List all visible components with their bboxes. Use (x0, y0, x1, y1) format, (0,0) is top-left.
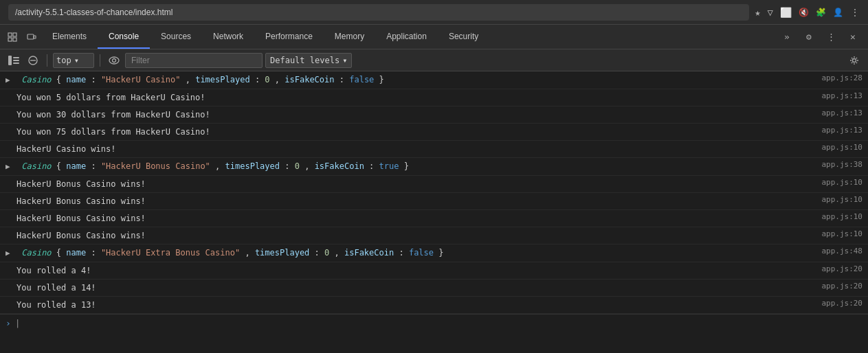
brace-close-11: } (438, 248, 443, 258)
row-link-11[interactable]: app.js:48 (810, 247, 863, 255)
console-row-12[interactable]: You rolled a 4! app.js:20 (0, 262, 868, 280)
default-levels-dropdown[interactable]: Default levels ▾ (265, 53, 352, 68)
console-row-casino-extra[interactable]: ▶ Casino { name : "HackerU Extra Bonus C… (0, 244, 868, 262)
row-link-1[interactable]: app.js:28 (810, 73, 863, 82)
svg-rect-5 (34, 36, 36, 38)
val-name-6: "HackerU Bonus Casino" (101, 161, 210, 171)
down-arrow-icon[interactable]: ▽ (768, 7, 773, 18)
tab-performance[interactable]: Performance (254, 25, 324, 49)
tab-elements[interactable]: Elements (41, 25, 98, 49)
key-name-6: name (66, 161, 86, 171)
val-times-6: 0 (295, 161, 300, 171)
console-row-4[interactable]: You won 75 dollars from HackerU Casino! … (0, 124, 868, 141)
brace-close-1: } (379, 75, 384, 84)
row-text-14: You rolled a 13! (16, 300, 96, 310)
console-row-content-8: HackerU Bonus Casino wins! (5, 195, 810, 207)
tab-security[interactable]: Security (438, 25, 489, 49)
more-options-button[interactable]: ⋮ (821, 27, 841, 47)
key-times-6: timesPlayed (225, 161, 280, 171)
console-row-10[interactable]: HackerU Bonus Casino wins! app.js:10 (0, 227, 868, 244)
star-icon[interactable]: ★ (755, 7, 760, 18)
console-row-13[interactable]: You rolled a 14! app.js:20 (0, 280, 868, 297)
svg-rect-1 (13, 33, 16, 36)
row-link-10[interactable]: app.js:10 (810, 229, 863, 238)
expand-arrow-icon-11[interactable]: ▶ (5, 247, 14, 260)
row-link-6[interactable]: app.js:38 (810, 160, 863, 169)
console-row-content-9: HackerU Bonus Casino wins! (5, 212, 810, 225)
console-row-7[interactable]: HackerU Bonus Casino wins! app.js:10 (0, 176, 868, 193)
row-link-13[interactable]: app.js:20 (810, 282, 863, 291)
console-row-3[interactable]: You won 30 dollars from HackerU Casino! … (0, 106, 868, 124)
svg-point-14 (853, 58, 856, 62)
console-row-9[interactable]: HackerU Bonus Casino wins! app.js:10 (0, 210, 868, 227)
clear-console-button[interactable] (25, 52, 41, 69)
row-link-2[interactable]: app.js:13 (810, 91, 863, 100)
console-row-casino-1[interactable]: ▶ Casino { name : "HackerU Casino" , tim… (0, 71, 868, 89)
tab-memory[interactable]: Memory (324, 25, 375, 49)
context-selector[interactable]: top ▾ (53, 53, 94, 68)
console-row-5[interactable]: HackerU Casino wins! app.js:10 (0, 141, 868, 158)
colon-11c: : (399, 248, 408, 258)
menu-icon[interactable]: ⋮ (850, 7, 860, 18)
console-toolbar: top ▾ Default levels ▾ (0, 49, 868, 71)
toolbar-separator (47, 54, 47, 67)
brace-open-11: { (56, 248, 61, 258)
tab-network-label: Network (213, 32, 243, 41)
row-text-7: HackerU Bonus Casino wins! (16, 179, 146, 189)
comma-11b: , (335, 248, 344, 258)
comma-6b: , (304, 161, 314, 171)
row-link-7[interactable]: app.js:10 (810, 178, 863, 187)
console-cursor: | (15, 318, 21, 328)
extension-icon[interactable]: ⬜ (780, 7, 792, 18)
settings-button[interactable]: ⚙ (799, 27, 819, 47)
inspect-icon[interactable] (3, 25, 22, 49)
expand-arrow-icon[interactable]: ▶ (5, 74, 14, 87)
devtools-panel: Elements Console Sources Network Perform… (0, 25, 868, 353)
more-tabs-button[interactable]: » (777, 27, 797, 47)
row-link-4[interactable]: app.js:13 (810, 126, 863, 135)
console-row-14[interactable]: You rolled a 13! app.js:20 (0, 297, 868, 314)
row-link-9[interactable]: app.js:10 (810, 212, 863, 221)
console-row-2[interactable]: You won 5 dollars from HackerU Casino! a… (0, 89, 868, 106)
svg-point-12 (109, 57, 119, 64)
row-link-3[interactable]: app.js:13 (810, 109, 863, 117)
val-fake-11: false (409, 248, 434, 258)
console-row-8[interactable]: HackerU Bonus Casino wins! app.js:10 (0, 193, 868, 210)
devtools-tab-bar: Elements Console Sources Network Perform… (0, 25, 868, 49)
url-bar[interactable]: /activity-5.5.1-classes-of-chance/index.… (8, 4, 749, 21)
row-text-12: You rolled a 4! (16, 266, 91, 275)
val-fake-6: true (379, 161, 399, 171)
tab-sources[interactable]: Sources (150, 25, 202, 49)
comma-1a: , (186, 75, 195, 84)
expand-arrow-icon-6[interactable]: ▶ (5, 161, 14, 173)
row-link-5[interactable]: app.js:10 (810, 143, 863, 152)
row-link-8[interactable]: app.js:10 (810, 195, 863, 204)
console-prompt-icon: › (5, 318, 11, 328)
mute-icon[interactable]: 🔇 (799, 8, 809, 17)
tab-application[interactable]: Application (375, 25, 438, 49)
sidebar-toggle-button[interactable] (5, 52, 22, 69)
val-times-11: 0 (324, 248, 329, 258)
console-row-casino-bonus[interactable]: ▶ Casino { name : "HackerU Bonus Casino"… (0, 158, 868, 176)
class-name-1: Casino (21, 75, 51, 84)
console-input-line[interactable]: › | (0, 314, 868, 332)
svg-rect-2 (8, 38, 12, 41)
console-row-content-10: HackerU Bonus Casino wins! (5, 229, 810, 242)
filter-input[interactable] (125, 53, 263, 68)
console-output[interactable]: ▶ Casino { name : "HackerU Casino" , tim… (0, 71, 868, 353)
tab-console[interactable]: Console (98, 25, 150, 49)
console-row-content-11: ▶ Casino { name : "HackerU Extra Bonus C… (5, 247, 810, 260)
eye-button[interactable] (106, 52, 122, 69)
tab-network[interactable]: Network (202, 25, 254, 49)
console-settings-button[interactable] (846, 52, 863, 69)
context-arrow-icon: ▾ (74, 56, 79, 65)
puzzle-icon[interactable]: 🧩 (816, 8, 826, 17)
row-link-14[interactable]: app.js:20 (810, 299, 863, 308)
row-text-8: HackerU Bonus Casino wins! (16, 196, 146, 206)
responsive-icon[interactable] (22, 25, 41, 49)
console-row-content-14: You rolled a 13! (5, 299, 810, 311)
close-devtools-button[interactable]: ✕ (843, 27, 863, 47)
row-link-12[interactable]: app.js:20 (810, 264, 863, 273)
console-row-content-2: You won 5 dollars from HackerU Casino! (5, 91, 810, 104)
avatar-icon[interactable]: 👤 (833, 8, 843, 17)
